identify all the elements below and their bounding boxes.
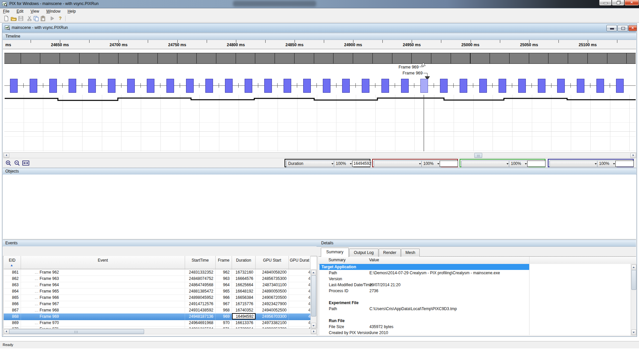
frame-block[interactable] bbox=[284, 79, 291, 93]
cell-gpu_start[interactable]: 24923427900 bbox=[256, 301, 289, 307]
restore-button[interactable] bbox=[612, 0, 624, 6]
column-header-gpu-start[interactable]: GPU Start bbox=[256, 256, 289, 269]
scroll-down-arrow[interactable] bbox=[631, 329, 636, 335]
chevron-down-icon[interactable] bbox=[525, 163, 527, 165]
cell-frame[interactable]: 962 bbox=[216, 269, 232, 275]
details-col-summary[interactable]: Summary bbox=[328, 258, 345, 262]
cell-eid[interactable]: 862 bbox=[4, 276, 21, 282]
frame-block-selected[interactable] bbox=[420, 79, 428, 93]
menu-file[interactable]: File bbox=[0, 8, 12, 14]
frame-block[interactable] bbox=[440, 79, 448, 93]
cell-duration[interactable]: 16732160 bbox=[232, 269, 256, 275]
details-row[interactable]: PathE:\Demos\2014-07-29 Crealysm - PIX p… bbox=[320, 270, 631, 276]
menu-edit[interactable]: Edit bbox=[14, 8, 27, 14]
details-row[interactable]: PathC:\Users\Cris\AppData\Local\Temp\PIX… bbox=[320, 306, 631, 312]
cell-gpu_start[interactable]: 24890050500 bbox=[256, 288, 289, 294]
zoom-select[interactable]: 100% bbox=[421, 161, 441, 167]
frame-block[interactable] bbox=[127, 79, 135, 93]
frame-block[interactable] bbox=[460, 79, 467, 93]
cell-gpu_durat[interactable]: 4 bbox=[289, 276, 311, 282]
zoom-out-icon[interactable] bbox=[13, 160, 21, 167]
frame-block[interactable] bbox=[49, 79, 57, 93]
details-row[interactable]: Run File bbox=[320, 318, 631, 324]
details-row[interactable]: Target Application bbox=[320, 264, 529, 270]
metric-value-field[interactable] bbox=[527, 161, 545, 167]
cell-event[interactable]: Frame 971 bbox=[21, 326, 185, 328]
details-row[interactable]: Last-Modified Date/Time29/07/2014 21:20 bbox=[320, 282, 631, 288]
chevron-down-icon[interactable] bbox=[350, 163, 352, 165]
column-header-event[interactable]: Event bbox=[21, 256, 185, 269]
cell-event[interactable]: Frame 969 bbox=[21, 313, 185, 319]
details-row[interactable]: Version bbox=[320, 276, 631, 282]
cell-gpu_durat[interactable]: 4 bbox=[289, 320, 311, 326]
metric-select[interactable] bbox=[461, 161, 510, 167]
doc-maximize-button[interactable] bbox=[617, 25, 628, 31]
cell-frame[interactable]: 963 bbox=[216, 276, 232, 282]
menu-help[interactable]: Help bbox=[65, 8, 79, 14]
fit-width-icon[interactable] bbox=[22, 160, 30, 167]
chevron-down-icon[interactable] bbox=[595, 163, 597, 165]
frame-block[interactable] bbox=[401, 79, 409, 93]
cell-start[interactable]: 24898045952 bbox=[185, 295, 216, 301]
scroll-right-arrow[interactable] bbox=[630, 153, 636, 158]
frame-block[interactable] bbox=[245, 79, 252, 93]
frame-block[interactable] bbox=[538, 79, 545, 93]
cell-frame[interactable]: 965 bbox=[216, 288, 232, 294]
details-col-value[interactable]: Value bbox=[369, 258, 379, 262]
open-folder-icon[interactable] bbox=[11, 16, 17, 21]
tab-output-log[interactable]: Output Log bbox=[349, 249, 378, 257]
chevron-down-icon[interactable] bbox=[613, 163, 615, 165]
cell-frame[interactable]: 970 bbox=[216, 320, 232, 326]
frame-block[interactable] bbox=[362, 79, 369, 93]
chevron-down-icon[interactable] bbox=[331, 163, 333, 165]
scroll-left-arrow[interactable] bbox=[4, 329, 9, 334]
frame-block[interactable] bbox=[10, 79, 18, 93]
details-vscrollbar[interactable] bbox=[631, 264, 637, 336]
frame-block[interactable] bbox=[166, 79, 174, 93]
cell-gpu_durat[interactable]: 4 bbox=[289, 307, 311, 313]
cell-eid[interactable]: 861 bbox=[4, 269, 21, 275]
doc-close-button[interactable]: × bbox=[628, 25, 637, 31]
cell-eid[interactable]: 870 bbox=[4, 326, 21, 328]
frame-block[interactable] bbox=[557, 79, 565, 93]
cell-event[interactable]: Frame 968 bbox=[21, 307, 185, 313]
cell-duration[interactable]: 16664576 bbox=[232, 276, 256, 282]
frame-block[interactable] bbox=[577, 79, 584, 93]
cell-duration[interactable]: 16729964 bbox=[232, 326, 256, 328]
chevron-down-icon[interactable] bbox=[419, 163, 421, 165]
cell-start[interactable]: 24831332352 bbox=[185, 269, 216, 275]
cell-event[interactable]: Frame 964 bbox=[21, 282, 185, 288]
chevron-down-icon[interactable] bbox=[437, 163, 439, 165]
metric-value-field[interactable] bbox=[615, 161, 634, 167]
event-row[interactable]: 862Frame 9632484807475296316664576248567… bbox=[4, 276, 311, 282]
frame-block[interactable] bbox=[205, 79, 213, 93]
zoom-select[interactable]: 100% bbox=[509, 161, 529, 167]
column-header-gpu-durat[interactable]: GPU Durat bbox=[289, 256, 311, 269]
event-row[interactable]: 867Frame 9682493143859296816740352249400… bbox=[4, 307, 311, 314]
cell-gpu_durat[interactable]: 4 bbox=[289, 288, 311, 294]
details-blank-row[interactable] bbox=[320, 312, 631, 318]
minimize-button[interactable] bbox=[599, 0, 612, 6]
doc-minimize-button[interactable] bbox=[606, 25, 617, 31]
cell-event[interactable]: Frame 962 bbox=[21, 269, 185, 275]
cell-gpu_start[interactable]: 24973382100 bbox=[256, 320, 289, 326]
scroll-left-arrow[interactable] bbox=[4, 153, 9, 158]
cell-gpu_start[interactable]: 24856735300 bbox=[256, 276, 289, 282]
copy-icon[interactable] bbox=[33, 16, 39, 21]
details-row[interactable]: Process ID2736 bbox=[320, 288, 631, 294]
frame-block[interactable] bbox=[303, 79, 311, 93]
cell-eid[interactable]: 863 bbox=[4, 282, 21, 288]
cell-duration[interactable]: 16656384 bbox=[232, 295, 256, 301]
cell-start[interactable]: 24964691968 bbox=[185, 320, 216, 326]
details-row[interactable]: File Size435972 bytes bbox=[320, 324, 631, 330]
menu-window[interactable]: Window bbox=[43, 8, 64, 14]
details-row[interactable]: Created by PIX VersionJune 2010 bbox=[320, 330, 631, 335]
new-document-icon[interactable] bbox=[3, 16, 9, 21]
events-hscroll-thumb[interactable] bbox=[9, 329, 144, 334]
cell-gpu_durat[interactable]: 4 bbox=[289, 282, 311, 288]
frame-block[interactable] bbox=[108, 79, 115, 93]
scroll-up-arrow[interactable] bbox=[311, 270, 316, 276]
cell-gpu_durat[interactable]: 4 bbox=[289, 295, 311, 301]
metric-select[interactable]: Duration bbox=[286, 161, 335, 167]
document-titlebar[interactable]: mainscene - with vsync.PIXRun bbox=[2, 24, 636, 33]
